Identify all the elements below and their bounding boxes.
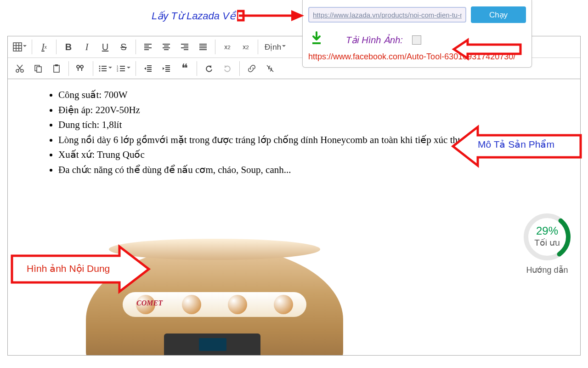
svg-marker-22 bbox=[144, 67, 146, 70]
subscript-button[interactable]: x2 bbox=[218, 38, 237, 56]
list-item: Công suất: 700W bbox=[58, 87, 566, 103]
align-center-button[interactable] bbox=[157, 38, 175, 56]
download-arrow-icon bbox=[311, 31, 322, 48]
superscript-button[interactable]: x2 bbox=[237, 38, 255, 56]
richtext-editor: Ix B I U S x2 x2 Định bbox=[7, 36, 581, 356]
clear-format-button[interactable]: Ix bbox=[35, 38, 53, 56]
arrow-to-url-icon bbox=[237, 6, 306, 25]
svg-marker-2 bbox=[291, 10, 304, 21]
ordered-list-button[interactable]: 123 bbox=[114, 59, 133, 78]
lazada-url-input[interactable] bbox=[308, 7, 466, 23]
unlink-button[interactable] bbox=[261, 59, 279, 78]
redo-button[interactable] bbox=[218, 59, 237, 78]
svg-rect-5 bbox=[13, 43, 22, 51]
svg-marker-23 bbox=[163, 67, 164, 70]
image-annotation-label: Hình ảnh Nội Dung bbox=[27, 263, 110, 274]
import-from-lazada-label: Lấy Từ Lazada Về bbox=[152, 10, 236, 22]
link-button[interactable] bbox=[243, 59, 261, 78]
svg-rect-0 bbox=[312, 42, 321, 44]
svg-rect-15 bbox=[55, 64, 58, 66]
paragraph-format-dropdown[interactable]: Định bbox=[261, 38, 289, 56]
bold-button[interactable]: B bbox=[59, 38, 78, 56]
seo-percent: 29% bbox=[522, 224, 572, 237]
seo-progress-ring-icon: 29% Tối ưu bbox=[522, 212, 572, 262]
product-brand: COMET bbox=[136, 299, 163, 307]
desc-annotation-label: Mô Tả Sản Phẩm bbox=[478, 139, 554, 150]
undo-button[interactable] bbox=[200, 59, 218, 78]
underline-button[interactable]: U bbox=[96, 38, 114, 56]
arrow-to-checkbox-icon bbox=[440, 38, 523, 61]
table-button[interactable] bbox=[11, 38, 29, 56]
blockquote-button[interactable]: ❝ bbox=[175, 59, 194, 78]
download-image-checkbox[interactable] bbox=[412, 35, 421, 45]
align-justify-button[interactable] bbox=[194, 38, 212, 56]
cut-button[interactable] bbox=[11, 59, 29, 78]
svg-text:3: 3 bbox=[117, 69, 119, 72]
copy-button[interactable] bbox=[29, 59, 47, 78]
outdent-button[interactable] bbox=[139, 59, 157, 78]
svg-rect-14 bbox=[54, 65, 59, 72]
strike-button[interactable]: S bbox=[114, 38, 133, 56]
list-item: Điện áp: 220V-50Hz bbox=[58, 103, 566, 118]
run-button[interactable]: Chạy bbox=[471, 6, 526, 23]
svg-point-16 bbox=[99, 65, 101, 67]
svg-point-17 bbox=[99, 68, 101, 69]
svg-rect-13 bbox=[37, 67, 41, 72]
align-right-button[interactable] bbox=[175, 38, 194, 56]
italic-button[interactable]: I bbox=[78, 38, 96, 56]
svg-marker-4 bbox=[454, 40, 520, 58]
editor-content[interactable]: Công suất: 700W Điện áp: 220V-50Hz Dung … bbox=[8, 79, 580, 355]
download-image-label: Tải Hình Ảnh: bbox=[346, 34, 403, 46]
paste-button[interactable] bbox=[47, 59, 66, 78]
seo-opt-label: Tối ưu bbox=[522, 237, 572, 248]
unordered-list-button[interactable] bbox=[96, 59, 114, 78]
seo-score-widget[interactable]: 29% Tối ưu Hướng dẫn bbox=[522, 212, 572, 275]
seo-guide-link[interactable]: Hướng dẫn bbox=[522, 265, 572, 275]
find-button[interactable] bbox=[72, 59, 90, 78]
svg-point-18 bbox=[99, 70, 101, 71]
align-left-button[interactable] bbox=[139, 38, 157, 56]
indent-button[interactable] bbox=[157, 59, 175, 78]
